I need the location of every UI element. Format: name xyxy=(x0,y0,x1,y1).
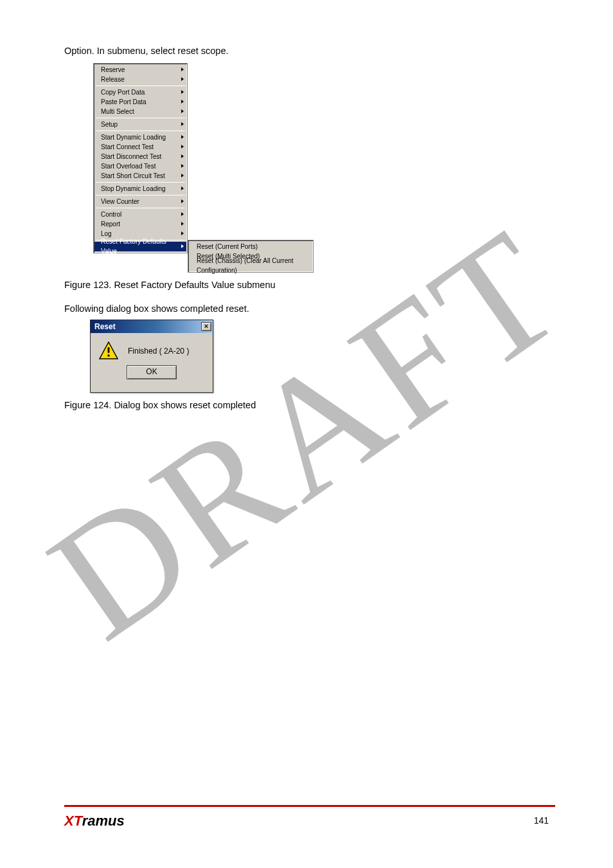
submenu-arrow-icon xyxy=(181,244,184,248)
submenu-arrow-icon xyxy=(181,154,184,158)
menu-item-label: Multi Select xyxy=(101,107,134,116)
context-menu: Reserve Release Copy Port Data Paste Por… xyxy=(93,63,188,253)
submenu-arrow-icon xyxy=(181,145,184,149)
menu-item-label: Reset (Current Ports) xyxy=(197,242,258,251)
menu-item-start-connect-test[interactable]: Start Connect Test xyxy=(94,142,186,152)
dialog-titlebar: Reset × xyxy=(91,320,213,333)
figure-123-caption: Figure 123. Reset Factory Defaults Value… xyxy=(64,279,549,292)
menu-item-label: Paste Port Data xyxy=(101,97,147,107)
submenu-arrow-icon xyxy=(181,100,184,104)
figure-124-caption: Figure 124. Dialog box shows reset compl… xyxy=(64,399,549,412)
submenu-arrow-icon xyxy=(181,122,184,126)
menu-item-label: Setup xyxy=(101,120,118,129)
submenu-arrow-icon xyxy=(181,90,184,94)
submenu-item-reset-chassis[interactable]: Reset (Chassis) (Clear All Current Confi… xyxy=(189,261,312,271)
submenu-item-reset-current-ports[interactable]: Reset (Current Ports) xyxy=(189,242,312,251)
menu-item-label: Stop Dynamic Loading xyxy=(101,184,166,194)
menu-item-paste-port-data[interactable]: Paste Port Data xyxy=(94,97,186,107)
submenu-arrow-icon xyxy=(181,164,184,168)
menu-separator xyxy=(96,208,185,208)
reset-dialog: Reset × Finished ( 2A-20 ) OK xyxy=(90,320,213,393)
svg-point-2 xyxy=(107,354,110,357)
footer-page-number: 141 xyxy=(534,815,549,826)
menu-item-setup[interactable]: Setup xyxy=(94,120,186,129)
menu-item-view-counter[interactable]: View Counter xyxy=(94,197,186,206)
menu-item-start-dynamic-loading[interactable]: Start Dynamic Loading xyxy=(94,132,186,142)
submenu-arrow-icon xyxy=(181,186,184,190)
submenu-arrow-icon xyxy=(181,77,184,81)
menu-item-stop-dynamic-loading[interactable]: Stop Dynamic Loading xyxy=(94,184,186,194)
menu-item-label: Start Short Circuit Test xyxy=(101,171,165,181)
menu-item-start-overload-test[interactable]: Start Overload Test xyxy=(94,161,186,171)
menu-item-label: Start Connect Test xyxy=(101,142,154,152)
menu-separator xyxy=(96,86,185,86)
menu-item-label: Start Dynamic Loading xyxy=(101,132,166,142)
dialog-message: Finished ( 2A-20 ) xyxy=(128,347,189,356)
submenu-arrow-icon xyxy=(181,212,184,216)
svg-rect-1 xyxy=(108,347,110,353)
submenu-arrow-icon xyxy=(181,135,184,139)
dialog-title: Reset xyxy=(94,322,116,331)
menu-item-control[interactable]: Control xyxy=(94,210,186,219)
menu-item-copy-port-data[interactable]: Copy Port Data xyxy=(94,87,186,97)
menu-item-reset-factory-defaults[interactable]: Reset Factory Defaults Value xyxy=(94,242,186,251)
menu-item-report[interactable]: Report xyxy=(94,219,186,229)
page-content: Option. In submenu, select reset scope. … xyxy=(64,32,549,797)
menu-item-multi-select[interactable]: Multi Select xyxy=(94,107,186,116)
ok-button[interactable]: OK xyxy=(127,365,177,379)
menu-item-label: View Counter xyxy=(101,197,139,206)
menu-item-label: Reset (Chassis) (Clear All Current Confi… xyxy=(197,256,310,275)
menu-item-label: Report xyxy=(101,219,120,229)
menu-item-label: Reset Factory Defaults Value xyxy=(101,237,181,256)
submenu-arrow-icon xyxy=(181,109,184,113)
menu-separator xyxy=(96,118,185,118)
menu-item-release[interactable]: Release xyxy=(94,75,186,84)
menu-item-start-short-circuit-test[interactable]: Start Short Circuit Test xyxy=(94,171,186,181)
menu-item-label: Reserve xyxy=(101,65,125,75)
footer-brand-suffix: ramus xyxy=(82,813,125,829)
footer-brand: XTramus xyxy=(64,813,125,829)
menu-item-label: Start Overload Test xyxy=(101,161,155,171)
submenu-arrow-icon xyxy=(181,222,184,226)
menu-item-reserve[interactable]: Reserve xyxy=(94,65,186,75)
menu-item-start-disconnect-test[interactable]: Start Disconnect Test xyxy=(94,152,186,161)
menu-separator xyxy=(96,131,185,131)
dialog-close-button[interactable]: × xyxy=(201,322,211,331)
menu-separator xyxy=(96,182,185,183)
menu-item-label: Start Disconnect Test xyxy=(101,152,161,161)
submenu-arrow-icon xyxy=(181,174,184,177)
menu-item-label: Control xyxy=(101,210,121,219)
menu-item-label: Copy Port Data xyxy=(101,87,145,97)
context-submenu: Reset (Current Ports) Reset (Multi Selec… xyxy=(188,240,314,273)
footer-brand-prefix: XT xyxy=(64,813,82,829)
submenu-arrow-icon xyxy=(181,231,184,235)
dialog-button-row: OK xyxy=(91,365,213,386)
warning-icon xyxy=(98,341,119,361)
dialog-body: Finished ( 2A-20 ) xyxy=(91,333,213,365)
intro-text: Option. In submenu, select reset scope. xyxy=(64,45,549,58)
menu-item-label: Release xyxy=(101,75,125,84)
context-menu-figure: Reserve Release Copy Port Data Paste Por… xyxy=(93,63,466,273)
submenu-arrow-icon xyxy=(181,68,184,71)
submenu-arrow-icon xyxy=(181,199,184,203)
result-intro-text: Following dialog box shows completed res… xyxy=(64,303,549,316)
menu-separator xyxy=(96,195,185,195)
footer-rule xyxy=(64,805,555,807)
